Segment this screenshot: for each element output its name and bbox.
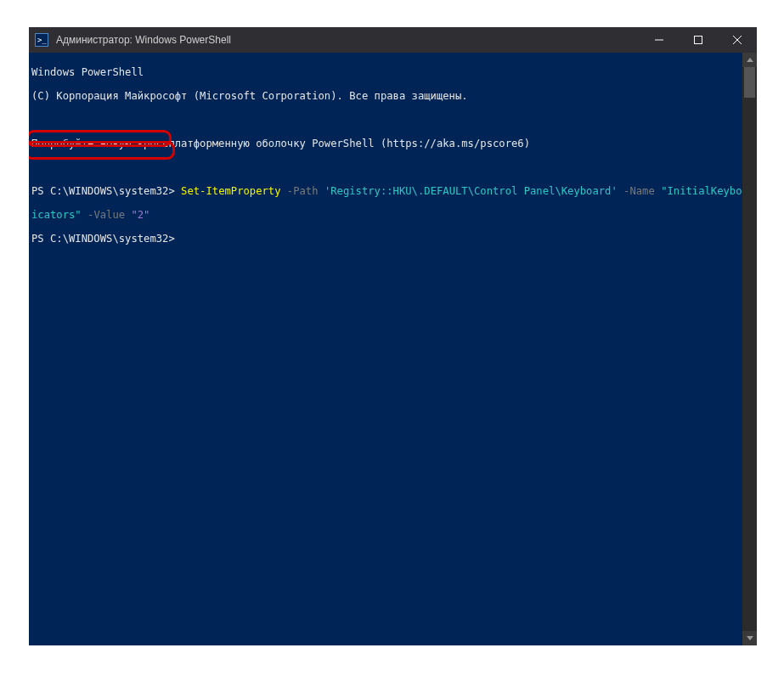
cmd-arg: 'Registry::HKU\.DEFAULT\Control Panel\Ke… <box>324 185 618 197</box>
prompt-line: PS C:\WINDOWS\system32> <box>31 233 740 245</box>
cmdlet: Set-ItemProperty <box>181 185 280 197</box>
output-line <box>31 161 740 173</box>
titlebar[interactable]: Администратор: Windows PowerShell <box>29 27 757 53</box>
app-icon[interactable] <box>29 27 54 53</box>
cmd-flag: -Path <box>281 185 324 197</box>
maximize-icon <box>694 36 702 44</box>
chevron-up-icon <box>747 58 753 62</box>
minimize-button[interactable] <box>640 27 679 53</box>
window-title: Администратор: Windows PowerShell <box>54 34 640 46</box>
maximize-button[interactable] <box>679 27 718 53</box>
scroll-thumb[interactable] <box>744 67 755 98</box>
close-icon <box>733 36 742 44</box>
scroll-track[interactable] <box>742 67 757 631</box>
output-line: Windows PowerShell <box>31 66 740 78</box>
cmd-flag: -Value <box>82 209 132 221</box>
prompt: PS C:\WINDOWS\system32> <box>31 185 181 197</box>
chevron-down-icon <box>747 636 753 640</box>
command-line: PS C:\WINDOWS\system32> Set-ItemProperty… <box>31 185 740 197</box>
output-line: (C) Корпорация Майкрософт (Microsoft Cor… <box>31 90 740 102</box>
cmd-flag: -Name <box>618 185 661 197</box>
output-line <box>31 114 740 126</box>
terminal-output[interactable]: Windows PowerShell (C) Корпорация Майкро… <box>29 53 742 645</box>
command-line-wrap: icators" -Value "2" <box>31 209 740 221</box>
cmd-arg: "2" <box>131 209 149 221</box>
powershell-icon <box>35 33 48 47</box>
powershell-window: Администратор: Windows PowerShell Window… <box>29 27 757 645</box>
scroll-up-button[interactable] <box>742 53 757 67</box>
minimize-icon <box>655 36 663 44</box>
scroll-down-button[interactable] <box>742 631 757 645</box>
terminal-area[interactable]: Windows PowerShell (C) Корпорация Майкро… <box>29 53 757 645</box>
cmd-arg: icators" <box>31 209 82 221</box>
vertical-scrollbar[interactable] <box>742 53 757 645</box>
output-line: Попробуйте новую кроссплатформенную обол… <box>31 138 740 149</box>
window-controls <box>640 27 757 53</box>
close-button[interactable] <box>718 27 757 53</box>
svg-rect-1 <box>695 37 702 44</box>
